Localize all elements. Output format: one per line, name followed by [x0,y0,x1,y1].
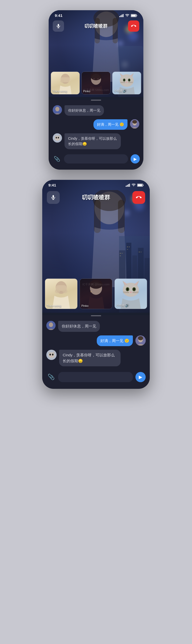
svg-point-106 [138,336,143,340]
svg-point-82 [62,289,68,293]
messages-list: 你好好休息，周一见 好滴，周一见 🙂 [49,103,143,151]
svg-point-46 [56,137,57,138]
input-area: 📎 ▶ [49,152,143,166]
battery-icon-large [137,184,144,187]
message-row-l1: 你好好休息，周一见 [46,321,146,332]
sound-icon: 🔊 [123,89,127,92]
mic-button-large[interactable] [47,191,60,204]
svg-rect-68 [127,247,128,247]
svg-rect-11 [58,24,59,27]
svg-point-87 [90,291,91,292]
svg-point-111 [49,354,51,356]
svg-rect-54 [143,185,144,186]
status-time: 9:41 [55,13,62,18]
svg-point-21 [93,78,95,79]
end-call-button[interactable] [128,20,139,32]
avatar-cat-large [46,350,57,360]
svg-rect-65 [120,253,121,254]
status-icons-large [126,184,144,187]
participant-xiaobao-large[interactable]: 小包猪 🔊 [114,278,147,309]
participant-pinko-large[interactable]: Pinko [80,278,112,309]
svg-rect-50 [127,185,128,187]
svg-point-38 [55,107,59,111]
status-time-large: 9:41 [48,183,56,187]
svg-rect-52 [129,184,130,187]
participants-row: Trace.wong Pinko [51,72,141,95]
svg-point-96 [133,288,135,290]
message-input[interactable] [64,154,128,163]
chat-area-large: 你好好休息，周一见 好滴，周一见 🙂 [42,315,150,389]
send-button-large[interactable]: ▶ [135,372,146,382]
signal-icon-large [126,184,130,187]
message-row-l3: Cindy，羡慕你呀，可以放那么长的假期😞 [46,350,146,366]
mic-button[interactable] [53,20,64,32]
svg-rect-2 [122,15,122,17]
svg-point-18 [60,80,64,83]
svg-rect-67 [120,255,121,256]
participant-trace-large[interactable]: Trace.wong [45,278,78,309]
svg-rect-70 [127,249,128,250]
video-area: 叨叨喳喳群 [49,10,143,97]
svg-rect-6 [131,15,136,16]
message-bubble-l2: 好滴，周一见 🙂 [97,335,133,346]
svg-point-20 [90,72,101,80]
svg-point-103 [49,322,53,327]
participant-pinko[interactable]: Pinko [81,72,111,95]
svg-rect-49 [126,186,126,187]
svg-point-48 [57,139,58,139]
chat-area: 你好好休息，周一见 好滴，周一见 🙂 [49,100,143,170]
call-title: 叨叨喳喳群 [84,23,108,29]
participant-xiaobao[interactable]: 小包猪 🔊 [112,72,141,95]
svg-rect-73 [52,195,54,198]
avatar-1 [53,105,62,114]
status-bar: 9:41 [49,10,143,19]
svg-point-43 [55,136,60,141]
svg-rect-1 [121,15,121,17]
call-title-large: 叨叨喳喳群 [82,194,110,201]
attach-button-large[interactable]: 📎 [46,372,56,382]
svg-rect-72 [141,252,142,252]
svg-rect-51 [128,184,129,187]
participant-trace-wong[interactable]: Trace.wong [51,72,80,95]
svg-point-32 [126,82,127,83]
message-input-large[interactable] [58,372,133,382]
avatar-l2 [135,335,146,346]
attach-button[interactable]: 📎 [52,154,61,163]
message-bubble-l3: Cindy，羡慕你呀，可以放那么长的假期😞 [59,350,121,366]
svg-rect-3 [123,14,124,17]
message-row-1: 你好好休息，周一见 [53,105,139,116]
participant-xiaobao-label-large: 小包猪 🔊 [116,303,129,307]
participant-trace-label: Trace.wong [52,90,67,93]
battery-icon [131,14,137,17]
end-call-button-large[interactable] [132,191,145,204]
avatar-2 [130,119,139,128]
svg-rect-69 [129,247,130,247]
drag-handle-large[interactable] [91,315,101,316]
participant-pinko-label-large: Pinko [81,304,89,307]
svg-point-47 [58,137,59,138]
svg-point-97 [130,292,132,293]
svg-rect-71 [139,252,140,252]
svg-point-31 [129,79,130,81]
message-bubble-l1: 你好好休息，周一见 [58,321,100,332]
svg-point-41 [132,120,137,124]
message-bubble-3: Cindy，羡慕你呀，可以放那么长的假期😞 [65,133,121,149]
participant-trace-label-large: Trace.wong [47,304,61,307]
svg-point-22 [97,78,99,79]
sound-icon-large: 🔊 [125,304,129,307]
status-icons [119,14,137,17]
participant-pinko-label: Pinko [83,90,90,93]
svg-point-95 [127,288,128,290]
send-button[interactable]: ▶ [131,154,140,163]
status-bar-large: 9:41 [42,180,150,189]
svg-point-30 [124,79,125,81]
video-area-large: 叨叨喳喳群 [42,180,150,313]
participants-row-large: Trace.wong Pin [45,278,147,309]
drag-handle[interactable] [91,100,101,101]
input-area-large: 📎 ▶ [42,369,150,385]
phone-frame-small: 9:41 [49,10,143,170]
message-row-2: 好滴，周一见 🙂 [53,119,139,130]
avatar-l1 [46,321,56,330]
avatar-cat [53,133,62,143]
svg-point-84 [89,280,102,289]
